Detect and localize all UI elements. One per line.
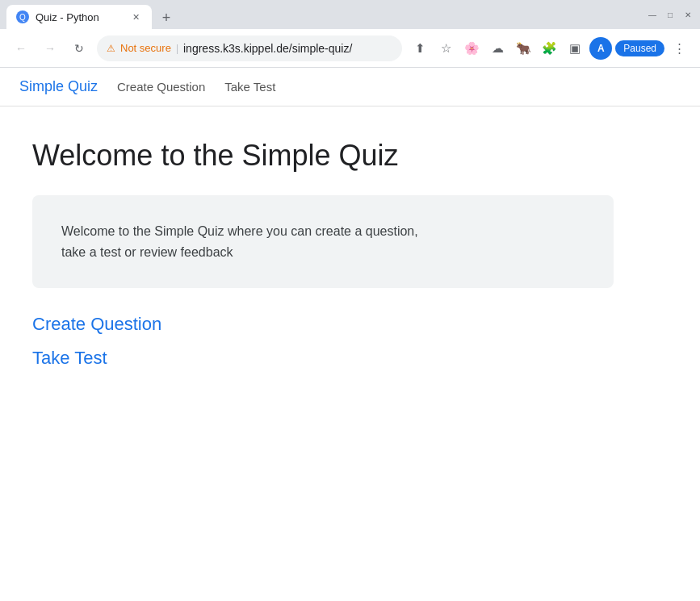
paused-button[interactable]: Paused bbox=[615, 40, 664, 56]
page-content: Simple Quiz Create Question Take Test We… bbox=[0, 68, 700, 601]
address-bar: ← → ↻ ⚠ Not secure | ingress.k3s.kippel.… bbox=[0, 29, 700, 68]
close-button[interactable]: ✕ bbox=[682, 9, 694, 20]
active-tab[interactable]: Q Quiz - Python ✕ bbox=[6, 5, 152, 29]
cloud-icon[interactable]: ☁ bbox=[486, 37, 509, 60]
site-nav: Simple Quiz Create Question Take Test bbox=[0, 68, 700, 106]
tab-close-button[interactable]: ✕ bbox=[129, 10, 142, 23]
url-divider: | bbox=[176, 43, 178, 54]
action-links: Create Question Take Test bbox=[32, 314, 614, 369]
create-question-link[interactable]: Create Question bbox=[32, 314, 614, 335]
security-icon: ⚠ bbox=[107, 43, 115, 54]
forward-button[interactable]: → bbox=[39, 37, 61, 60]
take-test-link[interactable]: Take Test bbox=[32, 348, 614, 369]
new-tab-button[interactable]: + bbox=[155, 6, 178, 29]
profile-button[interactable]: A bbox=[589, 37, 612, 60]
reload-button[interactable]: ↻ bbox=[68, 37, 90, 60]
info-box: Welcome to the Simple Quiz where you can… bbox=[32, 195, 614, 288]
back-button[interactable]: ← bbox=[10, 37, 32, 60]
nav-link-take-test[interactable]: Take Test bbox=[224, 80, 275, 94]
more-menu-button[interactable]: ⋮ bbox=[668, 37, 690, 60]
not-secure-label: Not secure bbox=[120, 42, 171, 54]
nav-brand[interactable]: Simple Quiz bbox=[19, 78, 98, 95]
info-text-line1: Welcome to the Simple Quiz where you can… bbox=[61, 224, 418, 238]
main-content: Welcome to the Simple Quiz Welcome to th… bbox=[0, 106, 646, 401]
browser-window: Q Quiz - Python ✕ + — □ ✕ ← → ↻ ⚠ Not se… bbox=[0, 0, 700, 601]
info-text-line2: take a test or review feedback bbox=[61, 245, 233, 259]
sidebar-icon[interactable]: ▣ bbox=[564, 37, 586, 60]
page-heading: Welcome to the Simple Quiz bbox=[32, 139, 614, 173]
tab-favicon: Q bbox=[16, 10, 29, 23]
nav-link-create-question[interactable]: Create Question bbox=[117, 80, 205, 94]
gnu-icon[interactable]: 🐂 bbox=[512, 37, 534, 60]
tab-title: Quiz - Python bbox=[36, 11, 123, 23]
toolbar-icons: ⬆ ☆ 🌸 ☁ 🐂 🧩 ▣ A Paused ⋮ bbox=[409, 37, 690, 60]
window-controls: — □ ✕ bbox=[647, 9, 694, 20]
maximize-button[interactable]: □ bbox=[664, 9, 676, 20]
title-bar: Q Quiz - Python ✕ + — □ ✕ bbox=[0, 0, 700, 29]
tab-bar: Q Quiz - Python ✕ + bbox=[6, 0, 643, 29]
emoji-icon[interactable]: 🌸 bbox=[460, 37, 483, 60]
url-text: ingress.k3s.kippel.de/simple-quiz/ bbox=[183, 42, 392, 55]
share-icon[interactable]: ⬆ bbox=[409, 37, 431, 60]
minimize-button[interactable]: — bbox=[647, 9, 658, 20]
bookmark-icon[interactable]: ☆ bbox=[434, 37, 457, 60]
paused-label: Paused bbox=[623, 43, 656, 54]
puzzle-icon[interactable]: 🧩 bbox=[538, 37, 560, 60]
info-text: Welcome to the Simple Quiz where you can… bbox=[61, 221, 585, 262]
url-bar[interactable]: ⚠ Not secure | ingress.k3s.kippel.de/sim… bbox=[97, 35, 402, 61]
